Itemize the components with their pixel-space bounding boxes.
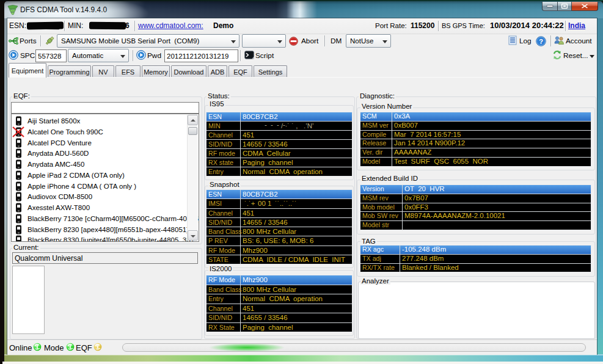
svg-text:?: ? [539, 38, 543, 45]
